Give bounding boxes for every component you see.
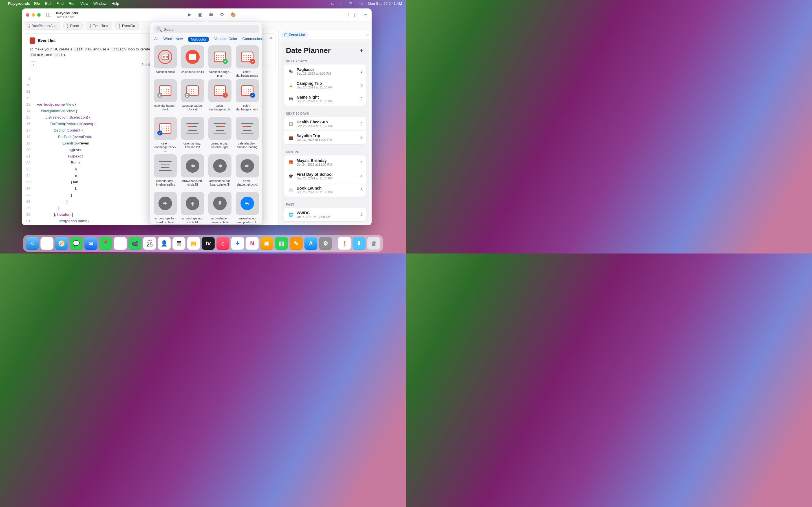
event-row[interactable]: 🍃 Camping TripSep 26, 2023 at 11:00 AM 5 bbox=[284, 78, 366, 92]
tab-eventda[interactable]: ⟆EventDa bbox=[115, 22, 139, 30]
symbol-calen-dar-badge-minus[interactable]: −calen­dar.badge.minus bbox=[235, 45, 259, 77]
preview-target-chip[interactable]: Event List bbox=[282, 32, 308, 38]
symbol-label: calendar.badge.­clock bbox=[153, 104, 177, 111]
dock-music[interactable]: ♫ bbox=[216, 237, 230, 250]
symbol-calendar-day-timeline-trailing[interactable]: calendar.day.­timeline.trailing bbox=[153, 154, 177, 190]
dock-pages[interactable]: ✎ bbox=[290, 237, 303, 250]
toggle-sidebar-icon[interactable] bbox=[46, 13, 51, 17]
event-row[interactable]: 🎓 First Day of SchoolSep 23, 2024 at 11:… bbox=[284, 169, 366, 183]
symbol-calen-dar-badge-check-[interactable]: ✓calen­dar.badge.check… bbox=[153, 117, 177, 153]
dock-news[interactable]: N bbox=[246, 237, 259, 250]
event-row[interactable]: 🎮 Game NightSep 26, 2023 at 11:00 PM 2 bbox=[284, 92, 366, 106]
event-row[interactable]: 🎭 PagliacciSep 25, 2023 at 9:00 PM 3 bbox=[284, 64, 366, 78]
symbol-calen-dar-badge-excla-[interactable]: !calen­dar.badge.excla… bbox=[208, 79, 232, 115]
symbols-search[interactable]: 🔍 bbox=[154, 25, 259, 33]
menu-view[interactable]: View bbox=[80, 1, 88, 6]
preview-canvas: Date Planner ＋ NEXT 7 DAYS🎭 PagliacciSep… bbox=[282, 42, 369, 223]
menu-find[interactable]: Find bbox=[56, 1, 63, 6]
zoom-button[interactable] bbox=[37, 13, 41, 17]
dock-appstore[interactable]: A bbox=[305, 237, 317, 250]
walkthrough-next-button[interactable]: › bbox=[263, 61, 271, 68]
dock-messages[interactable]: 💬 bbox=[70, 237, 83, 250]
menu-window[interactable]: Window bbox=[93, 1, 106, 6]
symbol-calendar-day-timeline-leading[interactable]: calendar.day.­timeline.leading bbox=[235, 117, 259, 153]
control-center-icon[interactable]: ⌥ bbox=[359, 1, 363, 6]
dock-calendar[interactable]: SEP 25 bbox=[143, 237, 156, 250]
dock-facetime[interactable]: 📹 bbox=[129, 237, 142, 250]
tab-dateplannerapp[interactable]: ⟆DatePlannerApp bbox=[25, 22, 60, 30]
symbol-calendar-day-timeline-right[interactable]: calendar.day.­timeline.right bbox=[208, 117, 232, 153]
add-event-button[interactable]: ＋ bbox=[359, 47, 364, 54]
symbol-calendar-badge-plus[interactable]: +calendar.badge.­plus bbox=[208, 45, 232, 77]
symbol-category-variable-color[interactable]: Variable Color bbox=[214, 37, 237, 42]
minimize-button[interactable] bbox=[32, 13, 35, 17]
menu-run[interactable]: Run bbox=[68, 1, 75, 6]
dock-mail[interactable]: ✉ bbox=[85, 237, 98, 250]
dock-contacts[interactable]: 👤 bbox=[158, 237, 171, 250]
symbol-arrowshape-for-ward-circle-fill[interactable]: arrowshape.for­ward.circle.fill bbox=[153, 192, 177, 224]
symbol-category-all[interactable]: All bbox=[154, 37, 158, 42]
run-icon[interactable]: ▶ bbox=[188, 12, 192, 17]
symbol-category-multicolor[interactable]: Multicolor bbox=[188, 37, 209, 42]
event-row[interactable]: 📖 Book LaunchSep 23, 2025 at 11:00 PM 3 bbox=[284, 183, 366, 196]
event-row[interactable]: 🎁 Maya's BirthdayOct 24, 2023 at 11:00 P… bbox=[284, 156, 366, 169]
dock-settings[interactable]: ⚙ bbox=[319, 237, 332, 250]
menubar-clock[interactable]: Mon Sep 25 9:41 AM bbox=[368, 1, 402, 6]
dock-shortcuts[interactable]: ✦ bbox=[231, 237, 244, 250]
dock-notes[interactable]: ▤ bbox=[187, 237, 200, 250]
symbol-arrowshape-turn-up-left-circl-[interactable]: arrowshape.­turn.up.left.circl… bbox=[235, 192, 259, 224]
tab-event[interactable]: ⟆Event bbox=[63, 22, 83, 30]
preview-expand-icon[interactable]: ⤢ bbox=[366, 33, 369, 37]
dock-photos[interactable]: ✿ bbox=[114, 237, 127, 250]
dock-finder[interactable]: ☺ bbox=[26, 237, 39, 250]
menu-edit[interactable]: Edit bbox=[45, 1, 51, 6]
symbol-tile: + bbox=[208, 45, 232, 68]
dock-safari[interactable]: 🧭 bbox=[55, 237, 68, 250]
svg-point-4 bbox=[211, 14, 212, 15]
library-icon[interactable]: ▯▯ bbox=[354, 12, 359, 17]
event-row[interactable]: 💼 Sayulita TripOct 13, 2023 at 11:00 PM … bbox=[284, 130, 366, 144]
spotlight-icon[interactable]: 🔍 bbox=[349, 1, 354, 6]
wifi-icon[interactable]: ᯤ bbox=[340, 1, 343, 6]
settings-sliders-icon[interactable] bbox=[209, 12, 213, 17]
symbol-calendar-badge-clock-rtl[interactable]: ◵calendar.badge.­clock.rtl bbox=[181, 79, 205, 115]
symbols-search-input[interactable] bbox=[164, 27, 256, 32]
capabilities-icon[interactable]: ✪ bbox=[220, 12, 224, 17]
dock-playgrounds[interactable]: ⟆ bbox=[338, 237, 351, 250]
symbol-arrowshape-down-circle-fill[interactable]: arrowshape.­down.circle.fill bbox=[208, 192, 232, 224]
dock-trash[interactable]: 🗑 bbox=[367, 237, 380, 250]
stop-icon[interactable]: ▣ bbox=[198, 12, 202, 17]
symbol-arrowshape-left-circle-fill[interactable]: arrowshape.left.­circle.fill bbox=[181, 154, 205, 190]
dock-launchpad[interactable]: ▦ bbox=[41, 237, 54, 250]
event-row[interactable]: 📋 Health Check-upSep 28, 2023 at 11:00 P… bbox=[284, 117, 366, 130]
dock-maps[interactable]: 📍 bbox=[99, 237, 112, 250]
symbol-arrowshape-back-ward-circle-fill[interactable]: arrowshape.back­ward.circle.fill bbox=[208, 154, 232, 190]
color-palette-icon[interactable]: 🎨 bbox=[231, 12, 236, 17]
symbol-arrow-shape-right-circl-[interactable]: arrow­shape.right.circl… bbox=[235, 154, 259, 190]
event-row[interactable]: 🌐 WWDCJun 7, 2021 at 12:00 AM 4 bbox=[284, 208, 366, 221]
menu-file[interactable]: File bbox=[34, 1, 40, 6]
symbol-calendar-circle-fill[interactable]: calendar.circle.fill bbox=[181, 45, 205, 77]
symbol-calendar-circle[interactable]: calendar.circle bbox=[153, 45, 177, 77]
dock-reminders[interactable]: ≣ bbox=[172, 237, 186, 250]
tab-eventtask[interactable]: ⟆EventTask bbox=[86, 22, 112, 30]
battery-icon[interactable]: ▭ bbox=[331, 1, 335, 6]
symbol-calen-dar-badge-check-[interactable]: ✓calen­dar.badge.check… bbox=[235, 79, 259, 115]
dock-numbers[interactable]: ▥ bbox=[275, 237, 288, 250]
app-menu[interactable]: Playgrounds bbox=[8, 1, 30, 6]
dock-keynote[interactable]: ▣ bbox=[260, 237, 273, 250]
dock-tv[interactable]: tv bbox=[202, 237, 215, 250]
status-check-icon[interactable]: ✓⃝ bbox=[346, 12, 349, 17]
inspector-icon[interactable]: ▭ bbox=[364, 12, 368, 17]
menu-help[interactable]: Help bbox=[111, 1, 119, 6]
symbol-category-communicat[interactable]: Communicat bbox=[242, 37, 262, 42]
symbol-category-what-s-new[interactable]: What's New bbox=[163, 37, 183, 42]
dock-downloads[interactable]: ⬇ bbox=[353, 237, 366, 250]
symbol-calendar-day-timeline-left[interactable]: calendar.day.­timeline.left bbox=[181, 117, 205, 153]
symbols-grid[interactable]: calendar.circlecalendar.circle.fill+cale… bbox=[150, 45, 262, 224]
close-button[interactable] bbox=[26, 13, 29, 17]
symbol-calendar-badge-clock[interactable]: ◴calendar.badge.­clock bbox=[153, 79, 177, 115]
walkthrough-prev-button[interactable]: ‹ bbox=[30, 61, 37, 68]
symbol-arrowshape-up-circle-fill[interactable]: arrowshape.up.­circle.fill bbox=[181, 192, 205, 224]
close-icon[interactable]: ✕ bbox=[269, 36, 272, 40]
